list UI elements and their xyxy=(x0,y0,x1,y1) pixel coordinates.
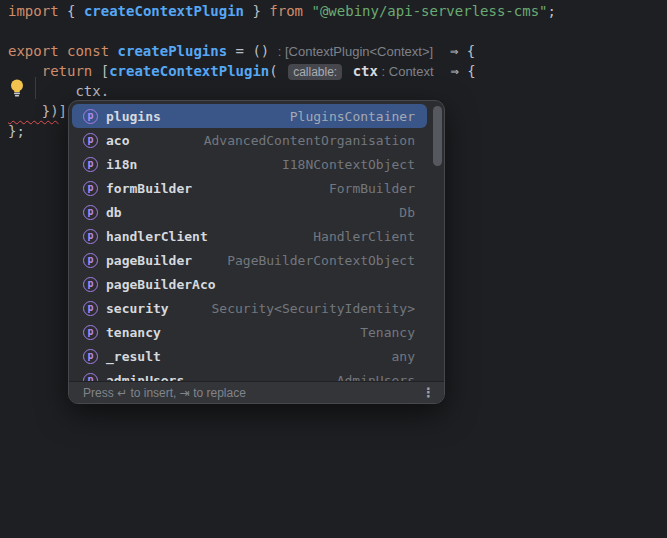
completion-item-db[interactable]: pdbDb xyxy=(72,200,427,224)
code-token xyxy=(8,63,42,79)
completion-item-plugins[interactable]: ppluginsPluginsContainer xyxy=(72,104,427,128)
code-token: { xyxy=(458,43,475,59)
completion-footer: Press ↵ to insert, ⇥ to replace ⋮ xyxy=(69,381,444,403)
code-line: export const createPlugins = () : [Conte… xyxy=(8,41,556,61)
code-line: import { createContextPlugin } from "@we… xyxy=(8,1,556,21)
completion-item-_result[interactable]: p_resultany xyxy=(72,344,427,368)
completion-label: tenancy xyxy=(106,325,161,340)
code-token: import xyxy=(8,3,67,19)
intention-bulb-icon[interactable] xyxy=(9,78,25,98)
completion-label: adminUsers xyxy=(106,373,184,382)
completion-type: PageBuilderContextObject xyxy=(227,253,415,268)
code-token xyxy=(433,43,450,59)
completion-type: Db xyxy=(399,205,415,220)
code-token: }; xyxy=(8,123,25,139)
error-squiggle-dot: . xyxy=(101,83,109,99)
kebab-menu-icon[interactable]: ⋮ xyxy=(422,386,435,399)
arrow-ligature: ⇒ xyxy=(450,63,458,79)
code-token: ; xyxy=(548,3,556,19)
completion-label: security xyxy=(106,301,169,316)
completion-label: i18n xyxy=(106,157,137,172)
completion-item-aco[interactable]: pacoAdvancedContentOrganisation xyxy=(72,128,427,152)
completion-type: AdvancedContentOrganisation xyxy=(204,133,415,148)
lightbulb-icon xyxy=(9,78,25,98)
property-icon: p xyxy=(83,277,98,292)
code-token: [ xyxy=(92,63,109,79)
code-line: ctx. xyxy=(8,81,556,101)
code-token: ctx xyxy=(353,63,378,79)
parameter-type-hint: : Context xyxy=(378,64,434,79)
completion-type: PluginsContainer xyxy=(290,109,415,124)
property-icon: p xyxy=(83,157,98,172)
code-token: createContextPlugin xyxy=(109,63,269,79)
property-icon: p xyxy=(83,253,98,268)
property-icon: p xyxy=(83,205,98,220)
completion-item-handlerClient[interactable]: phandlerClientHandlerClient xyxy=(72,224,427,248)
completion-item-adminUsers[interactable]: padminUsersAdminUsers xyxy=(72,368,427,381)
completion-type: HandlerClient xyxy=(313,229,415,244)
completion-item-security[interactable]: psecuritySecurity<SecurityIdentity> xyxy=(72,296,427,320)
callable-hint-chip: callable: xyxy=(288,64,342,80)
completion-item-pageBuilderAco[interactable]: ppageBuilderAco xyxy=(72,272,427,296)
completion-label: db xyxy=(106,205,122,220)
completion-item-formBuilder[interactable]: pformBuilderFormBuilder xyxy=(72,176,427,200)
completion-label: aco xyxy=(106,133,129,148)
completion-type: Security<SecurityIdentity> xyxy=(212,301,416,316)
code-token: = () xyxy=(227,43,278,59)
completion-type: I18NContextObject xyxy=(282,157,415,172)
code-token: from xyxy=(269,3,311,19)
completion-label: _result xyxy=(106,349,161,364)
completion-popup: ppluginsPluginsContainerpacoAdvancedCont… xyxy=(68,100,445,404)
code-line xyxy=(8,21,556,41)
ide-screen: import { createContextPlugin } from "@we… xyxy=(0,0,667,538)
code-token: createContextPlugin xyxy=(84,3,244,19)
property-icon: p xyxy=(83,349,98,364)
completion-label: handlerClient xyxy=(106,229,208,244)
code-token: ctx xyxy=(75,83,100,99)
completion-list: ppluginsPluginsContainerpacoAdvancedCont… xyxy=(69,101,444,381)
indent-guide xyxy=(35,77,36,99)
return-type-hint: : [ContextPlugin<Context>] xyxy=(278,44,433,59)
error-squiggle-brackets: }) xyxy=(8,103,59,119)
code-token: export const xyxy=(8,43,118,59)
completion-label: formBuilder xyxy=(106,181,192,196)
code-token: { xyxy=(67,3,84,19)
footer-hint-text: Press ↵ to insert, ⇥ to replace xyxy=(83,386,246,400)
code-token xyxy=(434,63,451,79)
popup-scrollbar-thumb[interactable] xyxy=(433,106,442,166)
completion-type: FormBuilder xyxy=(329,181,415,196)
code-line: return [createContextPlugin( callable: c… xyxy=(8,61,556,81)
completion-label: plugins xyxy=(106,109,161,124)
property-icon: p xyxy=(83,133,98,148)
completion-type: any xyxy=(392,349,415,364)
property-icon: p xyxy=(83,181,98,196)
completion-type: Tenancy xyxy=(360,325,415,340)
property-icon: p xyxy=(83,325,98,340)
code-token: return xyxy=(42,63,93,79)
completion-type: AdminUsers xyxy=(337,373,415,382)
code-token: createPlugins xyxy=(118,43,228,59)
code-token xyxy=(344,63,352,79)
completion-label: pageBuilderAco xyxy=(106,277,216,292)
code-token: { xyxy=(459,63,476,79)
property-icon: p xyxy=(83,109,98,124)
property-icon: p xyxy=(83,229,98,244)
code-token: "@webiny/api-serverless-cms" xyxy=(311,3,547,19)
code-token: } xyxy=(244,3,269,19)
property-icon: p xyxy=(83,301,98,316)
completion-item-tenancy[interactable]: ptenancyTenancy xyxy=(72,320,427,344)
property-icon: p xyxy=(83,373,98,382)
completion-item-i18n[interactable]: pi18nI18NContextObject xyxy=(72,152,427,176)
completion-item-pageBuilder[interactable]: ppageBuilderPageBuilderContextObject xyxy=(72,248,427,272)
code-token: ( xyxy=(269,63,286,79)
completion-label: pageBuilder xyxy=(106,253,192,268)
